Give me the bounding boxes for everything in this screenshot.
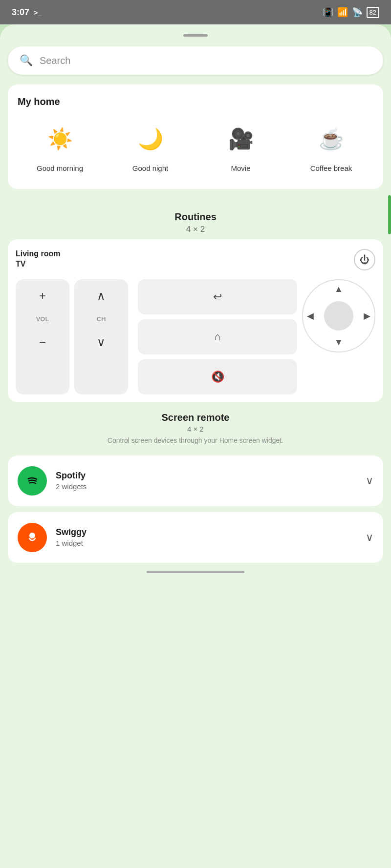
d-pad-center-button[interactable] (324, 301, 353, 331)
swiggy-widget-count: 1 widget (56, 539, 357, 547)
ch-down-button[interactable]: ∨ (74, 326, 128, 359)
swiggy-expand-button[interactable]: ∨ (366, 531, 373, 544)
routines-grid: ☀️ Good morning 🌙 Good night 🎥 Movie ☕ C… (18, 119, 373, 172)
search-placeholder: Search (40, 55, 70, 66)
good-morning-label: Good morning (37, 164, 83, 172)
vol-label: VOL (36, 312, 49, 326)
ch-control: ∧ CH ∨ (74, 279, 128, 394)
movie-label: Movie (231, 164, 250, 172)
signal-icon: 📡 (352, 7, 363, 18)
routine-good-night[interactable]: 🌙 Good night (108, 119, 193, 172)
swiggy-icon-wrap (18, 523, 47, 552)
my-home-card: My home ☀️ Good morning 🌙 Good night 🎥 M… (8, 84, 383, 189)
d-pad-left-button[interactable]: ◀ (307, 310, 314, 321)
svg-point-2 (29, 533, 35, 538)
spotify-icon-wrap (18, 466, 47, 496)
screen-remote-size: 4 × 2 (8, 425, 383, 433)
search-icon: 🔍 (20, 54, 33, 67)
vibrate-icon: 📳 (323, 7, 333, 18)
routine-movie[interactable]: 🎥 Movie (198, 119, 283, 172)
wifi-icon: 📶 (337, 7, 348, 18)
coffee-break-label: Coffee break (310, 164, 352, 172)
tv-remote-card: Living room TV ⏻ + VOL − ∧ CH ∨ (8, 239, 383, 402)
spotify-icon (18, 466, 47, 496)
vol-down-button[interactable]: − (16, 326, 69, 359)
status-icons: 📳 📶 📡 82 (323, 7, 379, 18)
movie-icon: 🎥 (221, 119, 261, 158)
spotify-info: Spotify 2 widgets (56, 471, 357, 491)
d-pad: ▲ ▼ ◀ ▶ (302, 279, 375, 352)
spotify-expand-button[interactable]: ∨ (366, 475, 373, 487)
good-morning-icon: ☀️ (41, 119, 80, 158)
swiggy-icon (18, 523, 47, 552)
ch-up-button[interactable]: ∧ (74, 279, 128, 312)
vol-up-button[interactable]: + (16, 279, 69, 312)
my-home-title: My home (18, 96, 373, 107)
ch-label: CH (97, 312, 106, 326)
remote-title: Living room TV (16, 249, 61, 269)
d-pad-circle: ▲ ▼ ◀ ▶ (302, 279, 375, 352)
home-button[interactable]: ⌂ (138, 319, 297, 354)
power-button[interactable]: ⏻ (354, 249, 375, 270)
routines-widget-size: 4 × 2 (8, 225, 383, 234)
swiggy-info: Swiggy 1 widget (56, 527, 357, 547)
main-container: 🔍 Search My home ☀️ Good morning 🌙 Good … (0, 24, 391, 868)
scrollbar-indicator[interactable] (388, 195, 391, 234)
d-pad-down-button[interactable]: ▼ (334, 337, 343, 348)
search-bar[interactable]: 🔍 Search (8, 46, 383, 75)
routines-widget-title: Routines (8, 211, 383, 223)
good-night-icon: 🌙 (131, 119, 170, 158)
remote-header: Living room TV ⏻ (16, 249, 375, 270)
d-pad-right-button[interactable]: ▶ (364, 310, 370, 321)
routines-widget-info: Routines 4 × 2 (8, 197, 383, 239)
good-night-label: Good night (132, 164, 168, 172)
spotify-name: Spotify (56, 471, 357, 481)
spotify-row[interactable]: Spotify 2 widgets ∨ (8, 455, 383, 506)
svg-point-0 (23, 472, 41, 490)
remote-middle-col: ↩ ⌂ 🔇 (138, 279, 297, 394)
coffee-break-icon: ☕ (312, 119, 351, 158)
remote-controls-row: + VOL − ∧ CH ∨ ↩ ⌂ 🔇 (16, 279, 375, 394)
d-pad-up-button[interactable]: ▲ (334, 284, 343, 294)
mute-button[interactable]: 🔇 (138, 359, 297, 394)
status-time: 3:07 >_ (12, 7, 42, 18)
routine-good-morning[interactable]: ☀️ Good morning (18, 119, 102, 172)
screen-remote-title: Screen remote (8, 412, 383, 423)
back-button[interactable]: ↩ (138, 279, 297, 314)
battery-icon: 82 (367, 7, 379, 18)
bottom-progress-bar (147, 571, 244, 573)
spotify-widget-count: 2 widgets (56, 482, 357, 491)
swiggy-name: Swiggy (56, 527, 357, 537)
screen-remote-info: Screen remote 4 × 2 Control screen devic… (8, 404, 383, 450)
screen-remote-description: Control screen devices through your Home… (8, 436, 383, 446)
swiggy-row[interactable]: Swiggy 1 widget ∨ (8, 512, 383, 563)
status-bar: 3:07 >_ 📳 📶 📡 82 (0, 0, 391, 24)
drag-handle[interactable] (183, 34, 208, 37)
routine-coffee-break[interactable]: ☕ Coffee break (289, 119, 373, 172)
vol-control: + VOL − (16, 279, 69, 394)
vol-ch-pair: + VOL − ∧ CH ∨ (16, 279, 133, 394)
